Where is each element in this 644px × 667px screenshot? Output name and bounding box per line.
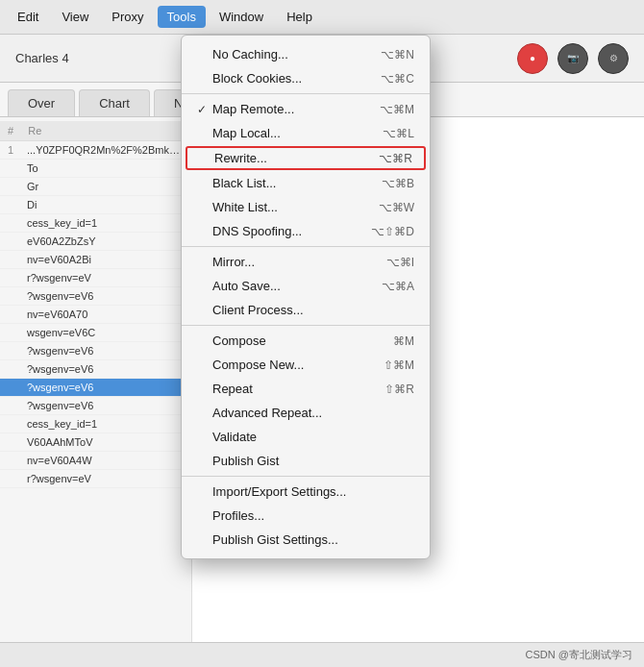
menu-white-list[interactable]: White List... ⌥⌘W: [182, 195, 430, 219]
menu-label: Compose: [212, 334, 385, 348]
list-item[interactable]: Di: [0, 196, 191, 214]
menu-label: Advanced Repeat...: [212, 406, 407, 420]
row-text: cess_key_id=1: [27, 217, 184, 229]
row-text: ?wsgenv=eV6: [27, 400, 184, 411]
list-item[interactable]: ?wsgenv=eV6: [0, 379, 191, 397]
record-icon: ●: [530, 53, 535, 63]
menu-mirror[interactable]: Mirror... ⌥⌘I: [182, 250, 430, 274]
row-num: [8, 455, 27, 466]
menu-group-compose: Compose ⌘M Compose New... ⇧⌘M Repeat ⇧⌘R…: [182, 326, 430, 477]
col-num-header: #: [8, 125, 13, 136]
menu-proxy[interactable]: Proxy: [102, 6, 153, 28]
menu-shortcut: ⌥⌘C: [381, 72, 414, 86]
list-item[interactable]: wsgenv=eV6C: [0, 324, 191, 342]
menu-label: Map Local...: [212, 126, 375, 140]
menu-advanced-repeat[interactable]: Advanced Repeat...: [182, 401, 430, 425]
menu-import-export[interactable]: Import/Export Settings...: [182, 480, 430, 504]
camera-button[interactable]: 📷: [557, 43, 588, 74]
status-bar: CSDN @寄北测试学习: [0, 642, 644, 667]
menu-shortcut: ⌥⇧⌘D: [371, 225, 414, 238]
row-text: ...Y0ZPF0QR2Mn%2F%2BmkeAB: [27, 144, 184, 156]
menu-label: Profiles...: [212, 508, 407, 523]
menu-label: Rewrite...: [214, 151, 371, 165]
menu-auto-save[interactable]: Auto Save... ⌥⌘A: [182, 274, 430, 298]
menu-publish-gist-settings[interactable]: Publish Gist Settings...: [182, 528, 430, 552]
list-item[interactable]: nv=eV60A4W: [0, 452, 191, 470]
menu-label: Validate: [212, 430, 407, 444]
list-item[interactable]: 1 ...Y0ZPF0QR2Mn%2F%2BmkeAB: [0, 141, 191, 160]
menu-shortcut: ⌥⌘N: [381, 48, 414, 62]
list-item[interactable]: r?wsgenv=eV: [0, 269, 191, 287]
menu-group-caching: No Caching... ⌥⌘N Block Cookies... ⌥⌘C: [182, 39, 430, 94]
menu-view[interactable]: View: [52, 6, 98, 28]
menu-shortcut: ⌥⌘I: [386, 256, 414, 269]
menu-edit[interactable]: Edit: [8, 6, 48, 28]
menu-shortcut: ⇧⌘M: [384, 358, 414, 372]
list-item[interactable]: r?wsgenv=eV: [0, 470, 191, 488]
menu-window[interactable]: Window: [210, 6, 273, 28]
row-num: [8, 473, 27, 484]
menu-shortcut: ⌥⌘A: [382, 280, 414, 293]
settings-button[interactable]: ⚙: [598, 43, 629, 74]
list-item[interactable]: ?wsgenv=eV6: [0, 287, 191, 306]
list-item[interactable]: eV60A2ZbZsY: [0, 233, 191, 251]
sidebar: # Re 1 ...Y0ZPF0QR2Mn%2F%2BmkeAB To Gr D…: [0, 117, 192, 642]
menu-label: Publish Gist Settings...: [212, 532, 407, 547]
row-num: [8, 181, 27, 192]
menu-label: Map Remote...: [212, 102, 372, 116]
menu-compose-new[interactable]: Compose New... ⇧⌘M: [182, 353, 430, 377]
menu-label: DNS Spoofing...: [212, 224, 363, 238]
menu-tools[interactable]: Tools: [158, 6, 206, 28]
menu-shortcut: ⇧⌘R: [384, 383, 414, 396]
list-item[interactable]: cess_key_id=1: [0, 214, 191, 233]
menu-validate[interactable]: Validate: [182, 425, 430, 449]
menu-compose[interactable]: Compose ⌘M: [182, 329, 430, 353]
row-num: [8, 363, 27, 375]
row-text: ?wsgenv=eV6: [27, 382, 184, 393]
menu-label: Client Process...: [212, 303, 407, 317]
menu-map-local[interactable]: Map Local... ⌥⌘L: [182, 121, 430, 145]
menu-group-import: Import/Export Settings... Profiles... Pu…: [182, 477, 430, 555]
list-item[interactable]: nv=eV60A2Bi: [0, 251, 191, 269]
row-num: [8, 345, 27, 357]
menu-shortcut: ⌘M: [393, 334, 414, 348]
row-num: [8, 290, 27, 302]
list-item[interactable]: ?wsgenv=eV6: [0, 397, 191, 415]
menu-publish-gist[interactable]: Publish Gist: [182, 449, 430, 473]
menu-block-cookies[interactable]: Block Cookies... ⌥⌘C: [182, 66, 430, 90]
menu-profiles[interactable]: Profiles...: [182, 504, 430, 528]
menu-label: Block Cookies...: [212, 71, 373, 86]
list-item[interactable]: ?wsgenv=eV6: [0, 342, 191, 360]
tab-overview[interactable]: Over: [8, 89, 75, 116]
row-num: [8, 162, 27, 174]
menu-client-process[interactable]: Client Process...: [182, 298, 430, 322]
tab-chart[interactable]: Chart: [79, 89, 150, 116]
menu-black-list[interactable]: Black List... ⌥⌘B: [182, 171, 430, 195]
menu-label: No Caching...: [212, 47, 373, 62]
menu-label: Repeat: [212, 382, 377, 396]
list-item[interactable]: To: [0, 160, 191, 178]
list-item[interactable]: cess_key_id=1: [0, 415, 191, 433]
menu-group-mapping: ✓ Map Remote... ⌥⌘M Map Local... ⌥⌘L Rew…: [182, 94, 430, 247]
list-item[interactable]: nv=eV60A70: [0, 306, 191, 324]
menu-shortcut: ⌥⌘L: [383, 127, 414, 140]
row-text: To: [27, 162, 184, 174]
row-text: ?wsgenv=eV6: [27, 290, 184, 302]
menu-shortcut: ⌥⌘R: [379, 152, 412, 165]
row-text: V60AAhMToV: [27, 436, 184, 448]
row-text: r?wsgenv=eV: [27, 473, 184, 484]
menu-repeat[interactable]: Repeat ⇧⌘R: [182, 377, 430, 401]
menu-dns-spoofing[interactable]: DNS Spoofing... ⌥⇧⌘D: [182, 219, 430, 243]
list-item[interactable]: ?wsgenv=eV6: [0, 360, 191, 379]
row-num: [8, 199, 27, 210]
menu-rewrite[interactable]: Rewrite... ⌥⌘R: [186, 146, 426, 170]
menu-help[interactable]: Help: [277, 6, 322, 28]
record-button[interactable]: ●: [517, 43, 548, 74]
list-item[interactable]: V60AAhMToV: [0, 433, 191, 452]
row-text: wsgenv=eV6C: [27, 327, 184, 338]
row-num: [8, 309, 27, 320]
row-num: 1: [8, 144, 27, 156]
list-item[interactable]: Gr: [0, 178, 191, 196]
menu-map-remote[interactable]: ✓ Map Remote... ⌥⌘M: [182, 97, 430, 121]
menu-no-caching[interactable]: No Caching... ⌥⌘N: [182, 42, 430, 66]
